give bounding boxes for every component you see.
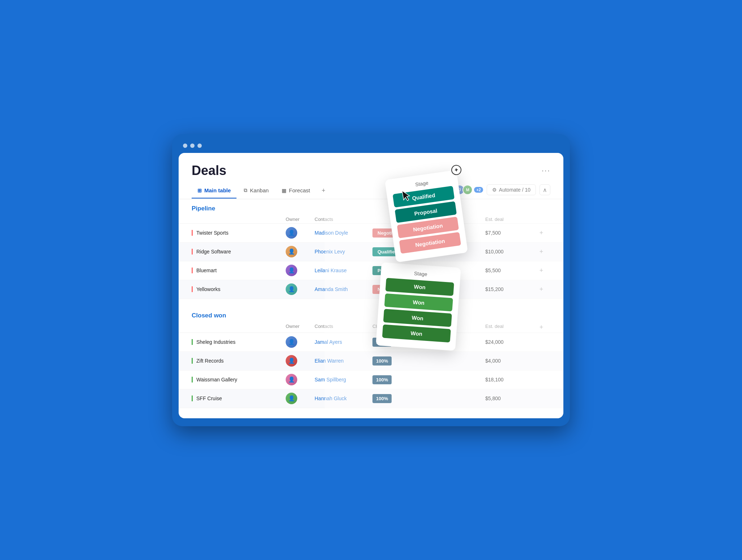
row-company-name: Yelloworks: [192, 286, 286, 292]
won-popup-item-4[interactable]: Won: [382, 324, 451, 342]
browser-frame: Deals ··· ⊞ Main table ⧉ Kanban ▦ Foreca…: [172, 134, 570, 426]
row-owner-avatar: 👤: [286, 355, 297, 367]
row-company-name: Sheleg Industries: [192, 339, 286, 345]
browser-dot-1: [183, 144, 187, 148]
row-owner-avatar: 👤: [286, 227, 297, 239]
browser-dot-2: [190, 144, 195, 148]
row-company-name: Twister Sports: [192, 230, 286, 236]
browser-content: Deals ··· ⊞ Main table ⧉ Kanban ▦ Foreca…: [179, 153, 563, 418]
tab-main-table-label: Main table: [204, 187, 231, 193]
row-owner-avatar: 👤: [286, 336, 297, 348]
main-table-icon: ⊞: [197, 188, 202, 193]
tab-kanban-label: Kanban: [250, 187, 269, 193]
col-name: [192, 217, 286, 222]
row-owner-avatar: 👤: [286, 246, 297, 257]
tab-forecast[interactable]: ▦ Forecast: [276, 184, 316, 198]
browser-titlebar: [179, 141, 563, 153]
row-company-name: Waissman Gallery: [192, 377, 286, 382]
row-owner-avatar: 👤: [286, 283, 297, 295]
won-popup-item-1[interactable]: Won: [385, 278, 454, 296]
closed-won-group-label: Closed won: [192, 312, 226, 319]
tab-forecast-label: Forecast: [289, 187, 310, 193]
won-popup-item-3[interactable]: Won: [383, 309, 452, 327]
stage-popup[interactable]: + Stage Qualified Proposal Negotiation N…: [385, 170, 468, 262]
won-popup[interactable]: Stage Won Won Won Won: [376, 262, 461, 351]
row-owner-avatar: 👤: [286, 393, 297, 404]
browser-dot-3: [197, 144, 202, 148]
row-company-name: Ridge Software: [192, 249, 286, 255]
row-company-name: SFF Cruise: [192, 396, 286, 401]
kanban-icon: ⧉: [244, 187, 247, 193]
page-title: Deals: [192, 163, 226, 178]
won-popup-item-2[interactable]: Won: [384, 293, 453, 311]
row-company-name: Zift Records: [192, 358, 286, 364]
won-popup-title: Stage: [387, 268, 455, 279]
row-company-name: Bluemart: [192, 268, 286, 273]
col-owner: Owner: [286, 324, 315, 331]
pipeline-group-label: Pipeline: [192, 205, 215, 212]
row-owner-avatar: 👤: [286, 374, 297, 385]
tab-kanban[interactable]: ⧉ Kanban: [238, 184, 274, 198]
forecast-icon: ▦: [282, 188, 286, 193]
row-owner-avatar: 👤: [286, 265, 297, 276]
col-name: [192, 324, 286, 331]
col-owner: Owner: [286, 217, 315, 222]
tab-main-table[interactable]: ⊞ Main table: [192, 184, 236, 198]
